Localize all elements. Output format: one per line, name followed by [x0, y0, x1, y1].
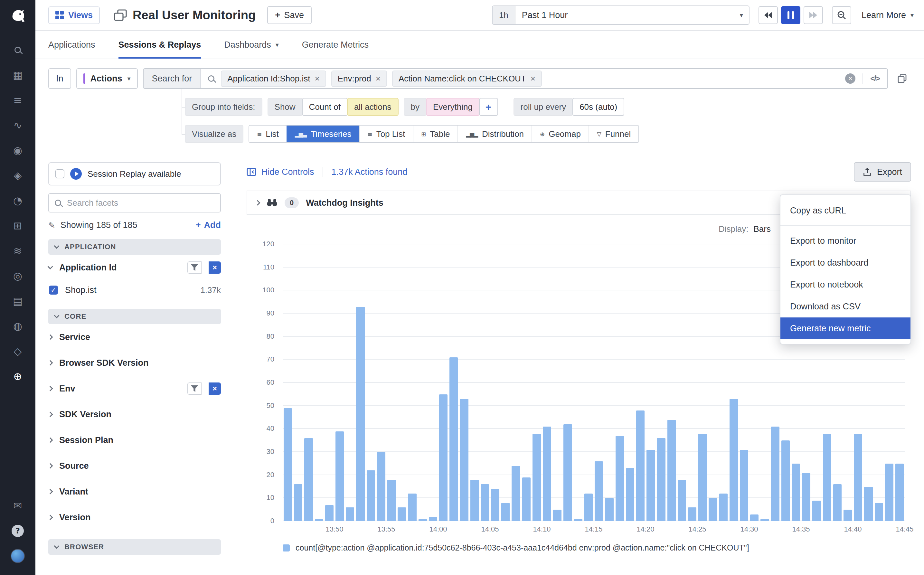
security-icon[interactable]: ◇: [8, 342, 27, 361]
logs-icon[interactable]: ▤: [8, 291, 27, 311]
remove-filter-icon[interactable]: ×: [314, 75, 319, 83]
facet-browser-sdk-version[interactable]: Browser SDK Version: [48, 350, 221, 376]
bar-14:24[interactable]: [688, 507, 696, 521]
facet-section-application[interactable]: APPLICATION: [48, 239, 221, 255]
bar-14:28[interactable]: [730, 399, 738, 521]
menu-item-copy-as-curl[interactable]: Copy as cURL: [780, 200, 910, 221]
add-group-by-button[interactable]: +: [479, 98, 498, 116]
checkbox[interactable]: ✓: [49, 286, 58, 295]
rewind-button[interactable]: [759, 6, 778, 24]
datadog-logo[interactable]: [7, 5, 29, 27]
bar-14:06[interactable]: [501, 503, 510, 521]
bar-14:23[interactable]: [678, 480, 686, 521]
facet-env[interactable]: Env×: [48, 376, 221, 402]
bar-14:44[interactable]: [895, 464, 904, 521]
facet-variant[interactable]: Variant: [48, 479, 221, 505]
bar-14:39[interactable]: [843, 510, 852, 521]
tab-applications[interactable]: Applications: [48, 31, 95, 59]
bar-14:37[interactable]: [823, 434, 831, 521]
bar-14:17[interactable]: [616, 436, 624, 521]
facet-version[interactable]: Version: [48, 505, 221, 530]
search-icon[interactable]: [8, 40, 27, 60]
menu-item-download-as-csv[interactable]: Download as CSV: [780, 295, 910, 318]
viz-distribution-button[interactable]: ▂▅▂Distribution: [457, 125, 532, 142]
bar-14:40[interactable]: [854, 434, 862, 521]
legend-label[interactable]: count[@type:action @application.id:75d50…: [295, 543, 749, 553]
facet-sdk-version[interactable]: SDK Version: [48, 402, 221, 427]
bar-13:57[interactable]: [408, 494, 416, 521]
menu-item-export-to-dashboard[interactable]: Export to dashboard: [780, 252, 910, 274]
dashboards-icon[interactable]: ⊞: [8, 216, 27, 235]
bar-13:45[interactable]: [284, 408, 292, 521]
monitors-icon[interactable]: ≋: [8, 241, 27, 260]
help-icon[interactable]: ?: [8, 521, 27, 540]
remove-filter-icon[interactable]: ×: [530, 75, 535, 83]
bar-13:55[interactable]: [387, 480, 396, 521]
facet-value-shop-ist[interactable]: ✓Shop.ist1.37k: [48, 280, 221, 300]
hide-controls-link[interactable]: Hide Controls: [247, 167, 314, 177]
bar-14:08[interactable]: [522, 477, 530, 521]
bar-14:03[interactable]: [470, 480, 479, 521]
bar-13:49[interactable]: [325, 505, 333, 521]
session-replay-filter[interactable]: Session Replay available: [48, 162, 221, 186]
bar-13:47[interactable]: [304, 438, 313, 521]
bar-14:07[interactable]: [511, 466, 520, 521]
infrastructure-icon[interactable]: ▦: [8, 65, 27, 85]
remove-filter-icon[interactable]: ×: [376, 75, 381, 83]
bar-14:05[interactable]: [491, 489, 499, 521]
rum-icon[interactable]: ⊕: [8, 367, 27, 386]
ci-icon[interactable]: ◔: [8, 191, 27, 210]
filter-pill-env-prod[interactable]: Env:prod×: [331, 70, 387, 87]
tab-dashboards[interactable]: Dashboards▾: [224, 31, 279, 59]
bar-13:52[interactable]: [356, 307, 364, 521]
export-button[interactable]: Export: [854, 162, 911, 181]
metrics-icon[interactable]: ∿: [8, 116, 27, 135]
bar-14:12[interactable]: [564, 424, 572, 521]
facet-section-core[interactable]: CORE: [48, 309, 221, 324]
bar-14:36[interactable]: [812, 500, 821, 521]
bar-14:01[interactable]: [449, 357, 458, 521]
viz-geomap-button[interactable]: ⊕Geomap: [532, 125, 589, 142]
pause-button[interactable]: [781, 6, 800, 24]
edit-facets-icon[interactable]: ✎: [48, 221, 56, 230]
bar-13:46[interactable]: [294, 484, 302, 521]
measure-select[interactable]: all actions: [347, 98, 398, 116]
bar-14:11[interactable]: [553, 510, 562, 521]
zoom-out-button[interactable]: [832, 6, 851, 24]
menu-item-export-to-monitor[interactable]: Export to monitor: [780, 230, 910, 252]
rollup-select[interactable]: 60s (auto): [572, 98, 624, 116]
bar-14:16[interactable]: [605, 498, 613, 521]
filter-facet-button[interactable]: [187, 261, 202, 274]
bar-13:59[interactable]: [429, 517, 437, 521]
bar-13:51[interactable]: [346, 507, 354, 521]
clear-search-icon[interactable]: ×: [845, 73, 856, 84]
bar-14:13[interactable]: [574, 519, 583, 521]
events-icon[interactable]: ≡: [8, 91, 27, 110]
bar-13:50[interactable]: [335, 431, 344, 521]
synthetics-icon[interactable]: ◎: [8, 266, 27, 286]
bar-14:41[interactable]: [864, 487, 873, 521]
bar-14:02[interactable]: [460, 399, 468, 521]
time-range-picker[interactable]: 1h Past 1 Hour ▾: [492, 5, 749, 25]
count-of-select[interactable]: Count of: [302, 98, 348, 116]
bar-14:22[interactable]: [667, 420, 676, 521]
bar-14:19[interactable]: [636, 410, 645, 521]
bar-14:21[interactable]: [657, 438, 665, 521]
event-type-select[interactable]: Actions ▾: [76, 68, 138, 89]
learn-more-button[interactable]: Learn More ▾: [862, 10, 914, 20]
views-button[interactable]: Views: [48, 6, 100, 24]
filter-pill-action-name-click-on-checkout[interactable]: Action Name:click on CHECKOUT×: [392, 70, 542, 87]
code-view-icon[interactable]: </>: [870, 74, 880, 83]
bar-14:10[interactable]: [543, 427, 551, 521]
bar-14:00[interactable]: [439, 394, 448, 521]
bar-14:34[interactable]: [792, 464, 800, 521]
bar-13:58[interactable]: [419, 519, 427, 521]
bar-14:43[interactable]: [885, 464, 894, 521]
tab-generate-metrics[interactable]: Generate Metrics: [302, 31, 368, 59]
bar-13:48[interactable]: [315, 519, 323, 521]
save-button[interactable]: + Save: [267, 6, 312, 24]
viz-table-button[interactable]: ⊞Table: [413, 125, 457, 142]
viz-timeseries-button[interactable]: ▂▅▃Timeseries: [287, 125, 359, 142]
facet-source[interactable]: Source: [48, 453, 221, 479]
bar-14:26[interactable]: [709, 498, 717, 521]
